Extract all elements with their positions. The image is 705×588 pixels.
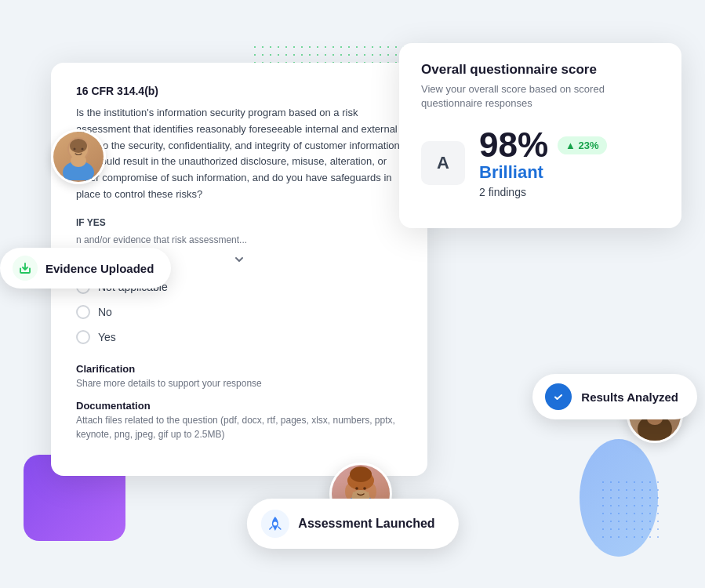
- svg-point-26: [273, 522, 277, 526]
- svg-point-5: [74, 148, 76, 151]
- score-card: Overall questionnaire score View your ov…: [399, 43, 681, 228]
- score-percent-row: 98% ▲ 23%: [479, 128, 607, 162]
- svg-point-4: [71, 154, 86, 167]
- score-percent: 98%: [479, 128, 548, 162]
- clarification-title: Clarification: [76, 363, 402, 375]
- if-yes-label: IF YES: [76, 217, 402, 228]
- clarification-section: Clarification Share more details to supp…: [76, 363, 402, 390]
- radio-label-no: No: [98, 306, 112, 318]
- svg-point-24: [355, 487, 358, 490]
- question-text: Is the institution's information securit…: [76, 105, 402, 203]
- assessment-launched-badge: Assessment Launched: [246, 499, 458, 549]
- assessment-icon: [260, 510, 289, 538]
- svg-point-22: [350, 466, 372, 482]
- clarification-desc: Share more details to support your respo…: [76, 376, 402, 390]
- score-grade: A: [421, 141, 465, 185]
- avatar-man-image: [53, 132, 104, 182]
- regulation-code: 16 CFR 314.4(b): [76, 85, 402, 97]
- score-change-badge: ▲ 23%: [558, 136, 607, 154]
- radio-circle-yes: [76, 330, 90, 344]
- score-main-row: A 98% ▲ 23% Brilliant 2 findings: [421, 128, 660, 198]
- svg-point-6: [82, 148, 84, 151]
- assessment-badge-label: Assessment Launched: [298, 517, 434, 531]
- score-details: 98% ▲ 23% Brilliant 2 findings: [479, 128, 607, 198]
- results-badge-label: Results Analyzed: [581, 390, 678, 404]
- svg-point-2: [70, 139, 87, 153]
- radio-circle-no: [76, 305, 90, 319]
- documentation-desc: Attach files related to the question (pd…: [76, 413, 402, 441]
- svg-point-15: [552, 390, 565, 403]
- evidence-note: n and/or evidence that risk assessment..…: [76, 234, 402, 245]
- radio-label-yes: Yes: [98, 331, 116, 343]
- radio-no[interactable]: No: [76, 305, 402, 319]
- documentation-section: Documentation Attach files related to th…: [76, 400, 402, 441]
- radio-yes[interactable]: Yes: [76, 330, 402, 344]
- svg-point-25: [363, 487, 366, 490]
- score-findings: 2 findings: [479, 186, 607, 198]
- dots-decoration-top: [251, 43, 408, 63]
- score-card-title: Overall questionnaire score: [421, 62, 660, 78]
- evidence-uploaded-badge: Evidence Uploaded: [0, 248, 171, 289]
- dots-decoration-bottom: [599, 478, 662, 541]
- results-analyzed-badge: Results Analyzed: [532, 374, 697, 419]
- documentation-title: Documentation: [76, 400, 402, 412]
- results-icon: [545, 383, 572, 410]
- radio-group: Not applicable No Yes: [76, 280, 402, 344]
- evidence-badge-label: Evidence Uploaded: [45, 262, 154, 275]
- avatar-man: [51, 129, 106, 184]
- score-card-subtitle: View your overall score based on scored …: [421, 82, 660, 111]
- score-rating: Brilliant: [479, 162, 607, 183]
- evidence-icon: [13, 256, 38, 281]
